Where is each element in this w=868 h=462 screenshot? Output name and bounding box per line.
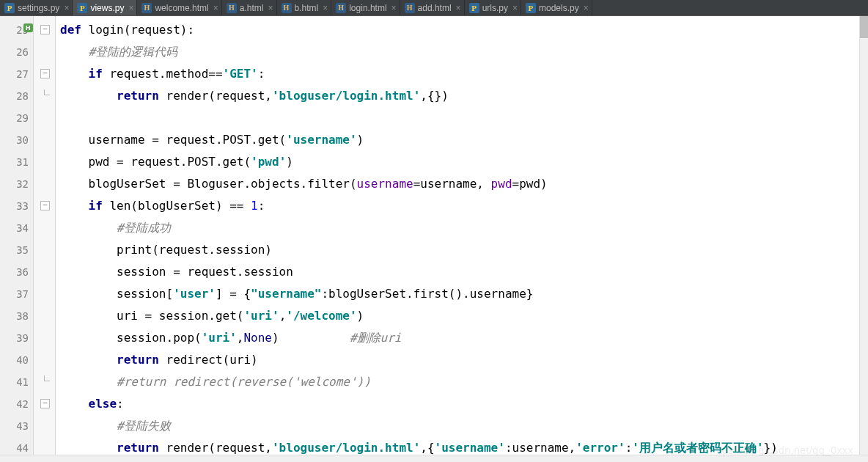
line-number: 39 xyxy=(0,327,33,349)
close-icon[interactable]: × xyxy=(390,0,397,16)
line-number: 34 xyxy=(0,217,33,239)
close-icon[interactable]: × xyxy=(62,0,69,16)
html-file-icon: H xyxy=(282,3,292,13)
line-number: 32 xyxy=(0,173,33,195)
vertical-scrollbar[interactable] xyxy=(859,16,868,462)
line-number: 35 xyxy=(0,239,33,261)
py-file-icon: P xyxy=(77,3,87,13)
fold-collapse-icon[interactable] xyxy=(34,19,55,41)
code-line[interactable]: if len(blogUserSet) == 1: xyxy=(60,195,868,217)
code-line[interactable]: uri = session.get('uri','/welcome') xyxy=(60,305,868,327)
code-line[interactable]: session.pop('uri',None) #删除uri xyxy=(60,327,868,349)
code-editor[interactable]: H 25262728293031323334353637383940414243… xyxy=(0,16,868,462)
line-number: 28 xyxy=(0,85,33,107)
html-file-icon: H xyxy=(141,3,152,13)
close-icon[interactable]: × xyxy=(321,0,328,16)
fold-end-icon xyxy=(34,371,55,393)
fold-column xyxy=(34,16,56,462)
tab-welcome-html[interactable]: Hwelcome.html× xyxy=(137,0,221,15)
code-line[interactable]: pwd = request.POST.get('pwd') xyxy=(60,151,868,173)
code-line[interactable]: def login(request): xyxy=(60,19,868,41)
code-area[interactable]: def login(request): #登陆的逻辑代码 if request.… xyxy=(56,16,868,462)
fold-collapse-icon[interactable] xyxy=(34,63,55,85)
fold-spacer xyxy=(34,239,55,261)
code-line[interactable]: #登陆成功 xyxy=(60,217,868,239)
tab-label: models.py xyxy=(539,0,579,16)
tab-label: welcome.html xyxy=(155,0,208,16)
close-icon[interactable]: × xyxy=(511,0,518,16)
horizontal-scrollbar[interactable] xyxy=(0,455,868,462)
line-number: 29 xyxy=(0,107,33,129)
code-line[interactable]: return render(request,'bloguser/login.ht… xyxy=(60,85,868,107)
tab-label: b.html xyxy=(295,0,319,16)
line-number: 42 xyxy=(0,393,33,415)
fold-spacer xyxy=(34,107,55,129)
tab-b-html[interactable]: Hb.html× xyxy=(277,0,332,15)
fold-spacer xyxy=(34,261,55,283)
line-number: 31 xyxy=(0,151,33,173)
tab-label: login.html xyxy=(349,0,386,16)
code-line[interactable]: blogUserSet = Bloguser.objects.filter(us… xyxy=(60,173,868,195)
line-number: 41 xyxy=(0,371,33,393)
code-line[interactable]: #登陆的逻辑代码 xyxy=(60,41,868,63)
line-number: 30 xyxy=(0,129,33,151)
line-number: 43 xyxy=(0,415,33,437)
code-line[interactable]: print(request.session) xyxy=(60,239,868,261)
fold-spacer xyxy=(34,349,55,371)
tab-label: add.html xyxy=(418,0,452,16)
line-number: 26 xyxy=(0,41,33,63)
fold-spacer xyxy=(34,217,55,239)
fold-end-icon xyxy=(34,85,55,107)
py-file-icon: P xyxy=(469,3,479,13)
html-file-icon: H xyxy=(227,3,237,13)
html-marker: H xyxy=(23,23,33,32)
tab-add-html[interactable]: Hadd.html× xyxy=(400,0,465,15)
close-icon[interactable]: × xyxy=(266,0,273,16)
code-line[interactable]: session = request.session xyxy=(60,261,868,283)
fold-spacer xyxy=(34,305,55,327)
close-icon[interactable]: × xyxy=(582,0,589,16)
fold-spacer xyxy=(34,283,55,305)
html-file-icon: H xyxy=(336,3,346,13)
line-number: 40 xyxy=(0,349,33,371)
code-line[interactable]: return redirect(uri) xyxy=(60,349,868,371)
code-line[interactable]: session['user'] = {"username":blogUserSe… xyxy=(60,283,868,305)
fold-spacer xyxy=(34,41,55,63)
tab-label: urls.py xyxy=(482,0,508,16)
line-number: 33 xyxy=(0,195,33,217)
tab-login-html[interactable]: Hlogin.html× xyxy=(331,0,400,15)
tab-settings-py[interactable]: Psettings.py× xyxy=(0,0,73,15)
editor-tabs: Psettings.py×Pviews.py×Hwelcome.html×Ha.… xyxy=(0,0,868,16)
fold-spacer xyxy=(34,327,55,349)
close-icon[interactable]: × xyxy=(455,0,461,16)
line-gutter: H 25262728293031323334353637383940414243… xyxy=(0,16,34,462)
close-icon[interactable]: × xyxy=(127,0,133,16)
code-line[interactable] xyxy=(60,107,868,129)
line-number: 27 xyxy=(0,63,33,85)
code-line[interactable]: else: xyxy=(60,393,868,415)
fold-spacer xyxy=(34,415,55,437)
fold-spacer xyxy=(34,173,55,195)
fold-spacer xyxy=(34,151,55,173)
html-file-icon: H xyxy=(405,3,415,13)
code-line[interactable]: #登陆失败 xyxy=(60,415,868,437)
line-number: 36 xyxy=(0,261,33,283)
line-number: 37 xyxy=(0,283,33,305)
tab-label: views.py xyxy=(90,0,124,16)
fold-collapse-icon[interactable] xyxy=(34,393,55,415)
line-number: 38 xyxy=(0,305,33,327)
py-file-icon: P xyxy=(526,3,536,13)
code-line[interactable]: if request.method=='GET': xyxy=(60,63,868,85)
code-line[interactable]: username = request.POST.get('username') xyxy=(60,129,868,151)
code-line[interactable]: #return redirect(reverse('welcome')) xyxy=(60,371,868,393)
tab-urls-py[interactable]: Purls.py× xyxy=(465,0,521,15)
scrollbar-thumb[interactable] xyxy=(860,16,868,38)
tab-models-py[interactable]: Pmodels.py× xyxy=(521,0,592,15)
close-icon[interactable]: × xyxy=(212,0,218,16)
tab-views-py[interactable]: Pviews.py× xyxy=(73,0,137,15)
py-file-icon: P xyxy=(4,3,15,13)
tab-label: a.html xyxy=(240,0,264,16)
tab-label: settings.py xyxy=(18,0,59,16)
tab-a-html[interactable]: Ha.html× xyxy=(222,0,277,15)
fold-collapse-icon[interactable] xyxy=(34,195,55,217)
